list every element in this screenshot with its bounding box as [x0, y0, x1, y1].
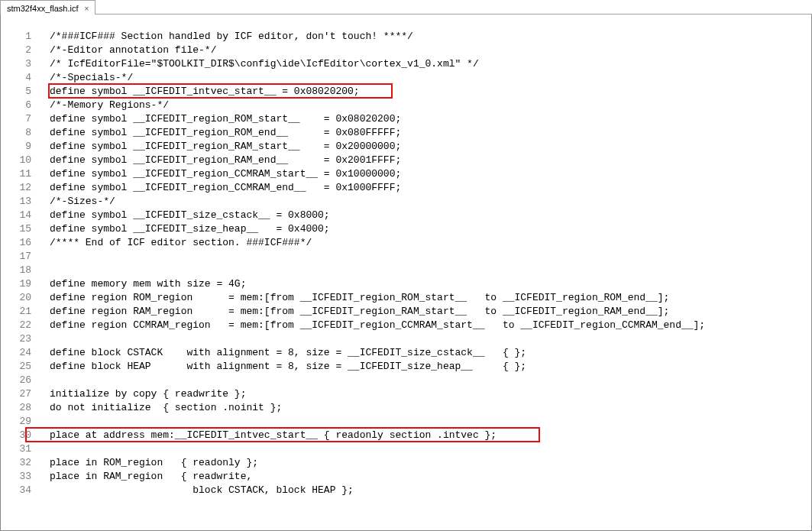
line-number: 9: [1, 140, 31, 154]
code-line: place in ROM_region { readonly };: [40, 456, 811, 470]
code-line: define symbol __ICFEDIT_region_CCMRAM_st…: [40, 167, 811, 181]
line-number: 7: [1, 112, 31, 126]
line-number: 13: [1, 195, 31, 209]
code-line: /*-Memory Regions-*/: [40, 99, 811, 112]
line-number: 28: [1, 401, 31, 415]
tab-title: stm32f4xx_flash.icf: [7, 4, 79, 13]
line-number: 26: [1, 374, 31, 387]
line-number: 25: [1, 360, 31, 374]
code-line: initialize by copy { readwrite };: [40, 387, 811, 401]
line-number: 31: [1, 442, 31, 456]
code-line: block CSTACK, block HEAP };: [40, 484, 811, 497]
code-line: [40, 415, 811, 429]
line-number: 18: [1, 264, 31, 277]
code-line: [40, 264, 811, 277]
code-line: define block HEAP with alignment = 8, si…: [40, 360, 811, 374]
line-number: 1: [1, 30, 31, 44]
line-number: 34: [1, 484, 31, 497]
line-number: 20: [1, 291, 31, 305]
code-line: define region RAM_region = mem:[from __I…: [40, 305, 811, 319]
line-number: 11: [1, 167, 31, 181]
line-number: 5: [1, 85, 31, 99]
code-line: place at address mem:__ICFEDIT_intvec_st…: [40, 429, 811, 442]
line-number: 33: [1, 470, 31, 484]
code-line: place in RAM_region { readwrite,: [40, 470, 811, 484]
line-number: 23: [1, 332, 31, 346]
code-area[interactable]: /*###ICF### Section handled by ICF edito…: [40, 15, 811, 530]
code-line: define region CCMRAM_region = mem:[from …: [40, 319, 811, 332]
code-line: /* IcfEditorFile="$TOOLKIT_DIR$\config\i…: [40, 57, 811, 71]
line-number: 17: [1, 250, 31, 264]
code-line: define symbol __ICFEDIT_region_RAM_start…: [40, 140, 811, 154]
close-icon[interactable]: ×: [83, 5, 91, 13]
code-line: [40, 442, 811, 456]
line-number: 4: [1, 71, 31, 85]
line-number: 6: [1, 99, 31, 112]
line-number: 10: [1, 154, 31, 167]
code-editor[interactable]: 1 2 3 4 5 6 7 8 9 10 11 12 13 14 15 16 1…: [0, 15, 812, 531]
code-line: define symbol __ICFEDIT_region_CCMRAM_en…: [40, 181, 811, 195]
code-line: /**** End of ICF editor section. ###ICF#…: [40, 236, 811, 250]
tab-bar: stm32f4xx_flash.icf ×: [0, 0, 812, 15]
code-line: define symbol __ICFEDIT_region_RAM_end__…: [40, 154, 811, 167]
line-number: 32: [1, 456, 31, 470]
code-line: define block CSTACK with alignment = 8, …: [40, 346, 811, 360]
line-number: 3: [1, 57, 31, 71]
line-number: 27: [1, 387, 31, 401]
line-number: 12: [1, 181, 31, 195]
code-line: define symbol __ICFEDIT_size_heap__ = 0x…: [40, 222, 811, 236]
code-line: define symbol __ICFEDIT_intvec_start__ =…: [40, 85, 811, 99]
code-line: /*-Specials-*/: [40, 71, 811, 85]
code-line: define region ROM_region = mem:[from __I…: [40, 291, 811, 305]
code-line: define symbol __ICFEDIT_region_ROM_start…: [40, 112, 811, 126]
line-number: 29: [1, 415, 31, 429]
code-line: [40, 332, 811, 346]
line-number: 22: [1, 319, 31, 332]
line-number-gutter: 1 2 3 4 5 6 7 8 9 10 11 12 13 14 15 16 1…: [1, 15, 40, 530]
line-number: 15: [1, 222, 31, 236]
line-number: 14: [1, 209, 31, 222]
line-number: 2: [1, 44, 31, 57]
code-line: define symbol __ICFEDIT_region_ROM_end__…: [40, 126, 811, 140]
code-line: [40, 374, 811, 387]
line-number: 16: [1, 236, 31, 250]
code-line: do not initialize { section .noinit };: [40, 401, 811, 415]
code-line: /*###ICF### Section handled by ICF edito…: [40, 30, 811, 44]
line-number: 19: [1, 277, 31, 291]
code-line: [40, 250, 811, 264]
code-line: define memory mem with size = 4G;: [40, 277, 811, 291]
editor-tab-active[interactable]: stm32f4xx_flash.icf ×: [0, 0, 95, 15]
line-number: 21: [1, 305, 31, 319]
code-line: /*-Editor annotation file-*/: [40, 44, 811, 57]
code-line: /*-Sizes-*/: [40, 195, 811, 209]
line-number: 30: [1, 429, 31, 442]
code-line: define symbol __ICFEDIT_size_cstack__ = …: [40, 209, 811, 222]
line-number: 8: [1, 126, 31, 140]
line-number: 24: [1, 346, 31, 360]
